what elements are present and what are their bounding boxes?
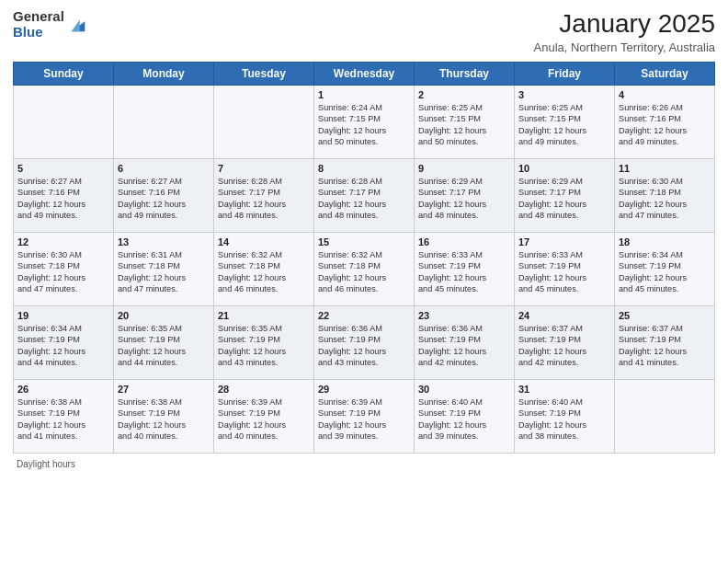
day-number: 7 [218, 163, 310, 174]
weekday-header-saturday: Saturday [615, 63, 715, 86]
calendar-week-row: 5Sunrise: 6:27 AMSunset: 7:16 PMDaylight… [14, 159, 715, 233]
calendar-cell [615, 380, 715, 454]
day-number: 27 [118, 384, 210, 395]
day-number: 30 [418, 384, 510, 395]
calendar-cell: 12Sunrise: 6:30 AMSunset: 7:18 PMDayligh… [14, 233, 114, 306]
day-info: Sunrise: 6:24 AMSunset: 7:15 PMDaylight:… [318, 102, 410, 148]
day-info: Sunrise: 6:30 AMSunset: 7:18 PMDaylight:… [619, 176, 711, 222]
day-number: 24 [518, 310, 610, 321]
calendar-cell: 8Sunrise: 6:28 AMSunset: 7:17 PMDaylight… [314, 159, 415, 233]
day-number: 4 [619, 89, 711, 100]
day-number: 9 [418, 163, 510, 174]
day-info: Sunrise: 6:35 AMSunset: 7:19 PMDaylight:… [118, 323, 210, 369]
calendar-cell: 24Sunrise: 6:37 AMSunset: 7:19 PMDayligh… [515, 306, 615, 380]
subtitle: Anula, Northern Territory, Australia [534, 40, 716, 54]
day-info: Sunrise: 6:36 AMSunset: 7:19 PMDaylight:… [318, 323, 410, 369]
weekday-header-thursday: Thursday [415, 63, 515, 86]
logo-general: General [13, 9, 64, 25]
calendar-cell: 15Sunrise: 6:32 AMSunset: 7:18 PMDayligh… [314, 233, 415, 306]
day-info: Sunrise: 6:36 AMSunset: 7:19 PMDaylight:… [418, 323, 510, 369]
day-info: Sunrise: 6:37 AMSunset: 7:19 PMDaylight:… [518, 323, 610, 369]
day-number: 22 [318, 310, 410, 321]
calendar-cell: 10Sunrise: 6:29 AMSunset: 7:17 PMDayligh… [515, 159, 615, 233]
day-number: 14 [218, 236, 310, 247]
calendar-cell: 4Sunrise: 6:26 AMSunset: 7:16 PMDaylight… [615, 86, 715, 159]
month-title: January 2025 [534, 9, 716, 39]
calendar-cell: 23Sunrise: 6:36 AMSunset: 7:19 PMDayligh… [415, 306, 515, 380]
calendar-cell: 14Sunrise: 6:32 AMSunset: 7:18 PMDayligh… [214, 233, 314, 306]
day-info: Sunrise: 6:35 AMSunset: 7:19 PMDaylight:… [218, 323, 310, 369]
calendar-week-row: 26Sunrise: 6:38 AMSunset: 7:19 PMDayligh… [14, 380, 715, 454]
calendar-cell: 1Sunrise: 6:24 AMSunset: 7:15 PMDaylight… [314, 86, 415, 159]
day-number: 12 [17, 236, 109, 247]
day-number: 29 [318, 384, 410, 395]
weekday-header-row: SundayMondayTuesdayWednesdayThursdayFrid… [14, 63, 715, 86]
weekday-header-friday: Friday [515, 63, 615, 86]
day-info: Sunrise: 6:27 AMSunset: 7:16 PMDaylight:… [118, 176, 210, 222]
day-info: Sunrise: 6:32 AMSunset: 7:18 PMDaylight:… [218, 249, 310, 295]
svg-marker-1 [72, 19, 80, 31]
day-info: Sunrise: 6:29 AMSunset: 7:17 PMDaylight:… [418, 176, 510, 222]
day-info: Sunrise: 6:28 AMSunset: 7:17 PMDaylight:… [318, 176, 410, 222]
daylight-hours-label: Daylight hours [17, 459, 75, 469]
calendar-cell: 3Sunrise: 6:25 AMSunset: 7:15 PMDaylight… [515, 86, 615, 159]
calendar-cell [214, 86, 314, 159]
day-number: 26 [17, 384, 109, 395]
day-info: Sunrise: 6:30 AMSunset: 7:18 PMDaylight:… [17, 249, 109, 295]
day-info: Sunrise: 6:26 AMSunset: 7:16 PMDaylight:… [619, 102, 711, 148]
day-number: 31 [518, 384, 610, 395]
day-number: 6 [118, 163, 210, 174]
day-number: 28 [218, 384, 310, 395]
day-info: Sunrise: 6:39 AMSunset: 7:19 PMDaylight:… [218, 396, 310, 442]
calendar-cell: 5Sunrise: 6:27 AMSunset: 7:16 PMDaylight… [14, 159, 114, 233]
day-number: 23 [418, 310, 510, 321]
calendar-cell [114, 86, 214, 159]
day-number: 8 [318, 163, 410, 174]
calendar-cell: 13Sunrise: 6:31 AMSunset: 7:18 PMDayligh… [114, 233, 214, 306]
day-info: Sunrise: 6:25 AMSunset: 7:15 PMDaylight:… [518, 102, 610, 148]
day-number: 2 [418, 89, 510, 100]
weekday-header-wednesday: Wednesday [314, 63, 415, 86]
day-number: 3 [518, 89, 610, 100]
day-info: Sunrise: 6:40 AMSunset: 7:19 PMDaylight:… [518, 396, 610, 442]
day-number: 18 [619, 236, 711, 247]
logo-blue: Blue [13, 25, 64, 40]
calendar-cell [14, 86, 114, 159]
weekday-header-monday: Monday [114, 63, 214, 86]
day-number: 1 [318, 89, 410, 100]
calendar-cell: 31Sunrise: 6:40 AMSunset: 7:19 PMDayligh… [515, 380, 615, 454]
day-info: Sunrise: 6:27 AMSunset: 7:16 PMDaylight:… [17, 176, 109, 222]
calendar-cell: 20Sunrise: 6:35 AMSunset: 7:19 PMDayligh… [114, 306, 214, 380]
logo: General Blue [13, 9, 88, 40]
day-number: 25 [619, 310, 711, 321]
calendar-week-row: 12Sunrise: 6:30 AMSunset: 7:18 PMDayligh… [14, 233, 715, 306]
day-info: Sunrise: 6:31 AMSunset: 7:18 PMDaylight:… [118, 249, 210, 295]
calendar-cell: 17Sunrise: 6:33 AMSunset: 7:19 PMDayligh… [515, 233, 615, 306]
day-info: Sunrise: 6:32 AMSunset: 7:18 PMDaylight:… [318, 249, 410, 295]
day-info: Sunrise: 6:37 AMSunset: 7:19 PMDaylight:… [619, 323, 711, 369]
day-info: Sunrise: 6:33 AMSunset: 7:19 PMDaylight:… [418, 249, 510, 295]
calendar-cell: 11Sunrise: 6:30 AMSunset: 7:18 PMDayligh… [615, 159, 715, 233]
weekday-header-sunday: Sunday [14, 63, 114, 86]
calendar-cell: 6Sunrise: 6:27 AMSunset: 7:16 PMDaylight… [114, 159, 214, 233]
day-info: Sunrise: 6:33 AMSunset: 7:19 PMDaylight:… [518, 249, 610, 295]
footer: Daylight hours [13, 459, 715, 469]
day-info: Sunrise: 6:39 AMSunset: 7:19 PMDaylight:… [318, 396, 410, 442]
day-number: 17 [518, 236, 610, 247]
logo-text: General Blue [13, 9, 64, 40]
day-info: Sunrise: 6:28 AMSunset: 7:17 PMDaylight:… [218, 176, 310, 222]
calendar-cell: 29Sunrise: 6:39 AMSunset: 7:19 PMDayligh… [314, 380, 415, 454]
title-block: January 2025 Anula, Northern Territory, … [534, 9, 716, 54]
day-info: Sunrise: 6:38 AMSunset: 7:19 PMDaylight:… [17, 396, 109, 442]
calendar-cell: 26Sunrise: 6:38 AMSunset: 7:19 PMDayligh… [14, 380, 114, 454]
calendar-cell: 7Sunrise: 6:28 AMSunset: 7:17 PMDaylight… [214, 159, 314, 233]
weekday-header-tuesday: Tuesday [214, 63, 314, 86]
day-number: 15 [318, 236, 410, 247]
calendar-cell: 25Sunrise: 6:37 AMSunset: 7:19 PMDayligh… [615, 306, 715, 380]
calendar-cell: 28Sunrise: 6:39 AMSunset: 7:19 PMDayligh… [214, 380, 314, 454]
calendar-cell: 16Sunrise: 6:33 AMSunset: 7:19 PMDayligh… [415, 233, 515, 306]
calendar-cell: 27Sunrise: 6:38 AMSunset: 7:19 PMDayligh… [114, 380, 214, 454]
day-number: 13 [118, 236, 210, 247]
calendar-week-row: 1Sunrise: 6:24 AMSunset: 7:15 PMDaylight… [14, 86, 715, 159]
calendar-week-row: 19Sunrise: 6:34 AMSunset: 7:19 PMDayligh… [14, 306, 715, 380]
